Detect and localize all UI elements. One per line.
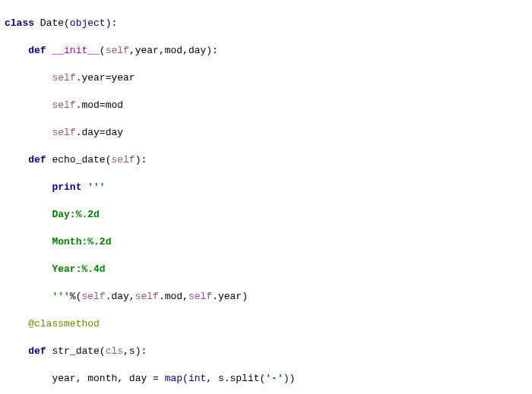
code-line: @classmethod	[5, 317, 529, 331]
code-line: Year:%.4d	[5, 263, 529, 276]
code-line: self.day=day	[5, 126, 529, 140]
code-line: def echo_date(self):	[5, 153, 529, 167]
code-line: Month:%.2d	[5, 235, 529, 249]
code-line: year, month, day = map(int, s.split('-')…	[5, 372, 529, 386]
code-line: self.year=year	[5, 71, 529, 85]
code-line: def __init__(self,year,mod,day):	[5, 44, 529, 58]
code-line: print '''	[5, 181, 529, 194]
code-line: class Date(object):	[5, 17, 529, 30]
code-line: def str_date(cls,s):	[5, 345, 529, 358]
code-line: '''%(self.day,self.mod,self.year)	[5, 290, 529, 304]
code-line: self.mod=mod	[5, 99, 529, 112]
code-line: Day:%.2d	[5, 208, 529, 222]
code-editor: class Date(object): def __init__(self,ye…	[0, 0, 532, 394]
